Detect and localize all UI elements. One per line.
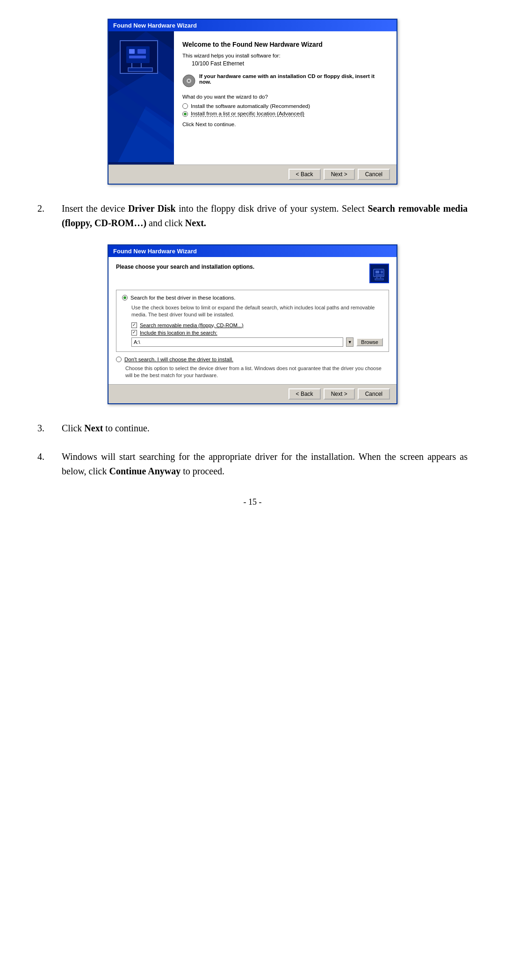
wizard2-section2: Don't search. I will choose the driver t… bbox=[116, 357, 389, 379]
wizard2-radio2[interactable] bbox=[116, 357, 122, 362]
wizard2-checkbox1-label: Search removable media (floppy, CD-ROM..… bbox=[140, 322, 244, 328]
instruction-3-text-end: to continue. bbox=[103, 423, 149, 433]
wizard2-section1: Search for the best driver in these loca… bbox=[116, 290, 389, 352]
wizard2-radio2-row[interactable]: Don't search. I will choose the driver t… bbox=[116, 357, 389, 362]
instruction-4-bold-continue: Continue Anyway bbox=[109, 466, 180, 476]
svg-rect-23 bbox=[375, 279, 383, 280]
svg-rect-7 bbox=[137, 49, 146, 54]
wizard2-section2-desc: Choose this option to select the device … bbox=[125, 365, 389, 379]
wizard1-left-panel bbox=[108, 31, 174, 165]
wizard1-titlebar: Found New Hardware Wizard bbox=[108, 20, 397, 31]
instruction-item-4: 4. Windows will start searching for the … bbox=[37, 450, 468, 479]
instruction-number-3: 3. bbox=[37, 421, 52, 436]
wizard1-radio1[interactable] bbox=[182, 103, 188, 109]
svg-rect-6 bbox=[129, 49, 135, 54]
instruction-2-bold-driver-disk: Driver Disk bbox=[128, 203, 176, 214]
wizard1-sub-text: This wizard helps you install software f… bbox=[182, 53, 388, 58]
instruction-number-4: 4. bbox=[37, 450, 52, 479]
wizard2-title: Found New Hardware Wizard bbox=[113, 248, 197, 255]
page-number: - 15 - bbox=[37, 497, 468, 507]
cd-icon bbox=[182, 74, 195, 87]
wizard1-title: Found New Hardware Wizard bbox=[113, 22, 197, 29]
wizard2-cancel-button[interactable]: Cancel bbox=[358, 388, 390, 400]
wizard2-checkbox1[interactable] bbox=[131, 322, 137, 328]
wizard1-right-panel: Welcome to the Found New Hardware Wizard… bbox=[174, 31, 397, 165]
wizard1-option1-label: Install the software automatically (Reco… bbox=[191, 103, 310, 109]
wizard2-back-button[interactable]: < Back bbox=[289, 388, 321, 400]
wizard1-back-button[interactable]: < Back bbox=[289, 169, 321, 180]
wizard2-header-text: Please choose your search and installati… bbox=[116, 264, 254, 270]
instruction-text-3: Click Next to continue. bbox=[62, 421, 468, 436]
wizard2-radio1-label: Search for the best driver in these loca… bbox=[130, 295, 235, 300]
instruction-item-2: 2. Insert the device Driver Disk into th… bbox=[37, 201, 468, 230]
svg-rect-5 bbox=[126, 46, 150, 63]
wizard2-browse-button[interactable]: Browse bbox=[356, 338, 383, 346]
wizard2-dropdown-arrow[interactable]: ▼ bbox=[346, 337, 354, 347]
wizard2-next-button[interactable]: Next > bbox=[324, 388, 355, 400]
wizard1-cd-text: If your hardware came with an installati… bbox=[199, 73, 388, 85]
wizard2-dialog: Found New Hardware Wizard Please choose … bbox=[108, 244, 397, 404]
wizard2-path-row: ▼ Browse bbox=[131, 337, 383, 347]
instruction-number-2: 2. bbox=[37, 201, 52, 230]
svg-rect-18 bbox=[375, 271, 379, 273]
wizard2-footer: < Back Next > Cancel bbox=[108, 384, 397, 403]
wizard2-titlebar: Found New Hardware Wizard bbox=[108, 245, 397, 257]
wizard1-click-next: Click Next to continue. bbox=[182, 122, 388, 127]
wizard1-cancel-button[interactable]: Cancel bbox=[358, 169, 390, 180]
svg-point-16 bbox=[188, 80, 190, 82]
wizard1-what-text: What do you want the wizard to do? bbox=[182, 94, 388, 100]
wizard2-hw-icon bbox=[369, 264, 389, 283]
instruction-2-text-end: and click bbox=[146, 218, 185, 228]
wizard2-path-input[interactable] bbox=[131, 337, 343, 347]
wizard2-radio1[interactable] bbox=[122, 295, 128, 300]
instruction-text-2: Insert the device Driver Disk into the f… bbox=[62, 201, 468, 230]
svg-rect-20 bbox=[375, 274, 383, 276]
wizard1-option1-row[interactable]: Install the software automatically (Reco… bbox=[182, 103, 388, 109]
instruction-item-3: 3. Click Next to continue. bbox=[37, 421, 468, 436]
instruction-text-4: Windows will start searching for the app… bbox=[62, 450, 468, 479]
wizard1-option2-label: Install from a list or specific location… bbox=[191, 111, 304, 117]
wizard1-option2-row[interactable]: Install from a list or specific location… bbox=[182, 111, 388, 117]
instruction-3-bold-next: Next bbox=[84, 423, 103, 433]
svg-rect-19 bbox=[381, 271, 383, 273]
wizard1-cd-row: If your hardware came with an installati… bbox=[182, 73, 388, 87]
instruction-2-bold-next: Next. bbox=[185, 218, 206, 228]
wizard1-footer: < Back Next > Cancel bbox=[108, 165, 397, 184]
svg-rect-11 bbox=[128, 68, 152, 72]
wizard2-checkbox2-row[interactable]: Include this location in the search: bbox=[131, 330, 383, 336]
wizard1-background-art bbox=[108, 31, 174, 162]
instruction-4-text-end: to proceed. bbox=[180, 466, 224, 476]
wizard2-checkbox1-row[interactable]: Search removable media (floppy, CD-ROM..… bbox=[131, 322, 383, 328]
wizard2-section1-desc: Use the check boxes below to limit or ex… bbox=[131, 304, 383, 319]
wizard1-radio2[interactable] bbox=[182, 111, 188, 117]
wizard1-body: Welcome to the Found New Hardware Wizard… bbox=[108, 31, 397, 165]
wizard2-body: Please choose your search and installati… bbox=[108, 257, 397, 384]
wizard1-device-name: 10/100 Fast Ethernet bbox=[192, 60, 388, 67]
wizard2-checkbox2-label: Include this location in the search: bbox=[140, 330, 217, 336]
wizard2-checkbox2[interactable] bbox=[131, 330, 137, 336]
wizard2-radio2-label: Don't search. I will choose the driver t… bbox=[124, 357, 233, 362]
wizard2-radio1-row[interactable]: Search for the best driver in these loca… bbox=[122, 295, 383, 300]
wizard1-heading: Welcome to the Found New Hardware Wizard bbox=[182, 41, 388, 48]
wizard2-header: Please choose your search and installati… bbox=[116, 264, 389, 283]
wizard1-next-button[interactable]: Next > bbox=[324, 169, 355, 180]
instruction-2-text-mid: into the floppy disk drive of your syste… bbox=[176, 203, 368, 214]
wizard1-dialog: Found New Hardware Wizard bbox=[108, 19, 397, 185]
svg-rect-8 bbox=[129, 56, 146, 58]
instruction-2-text-start: Insert the device bbox=[62, 203, 128, 214]
instruction-3-text-start: Click bbox=[62, 423, 84, 433]
